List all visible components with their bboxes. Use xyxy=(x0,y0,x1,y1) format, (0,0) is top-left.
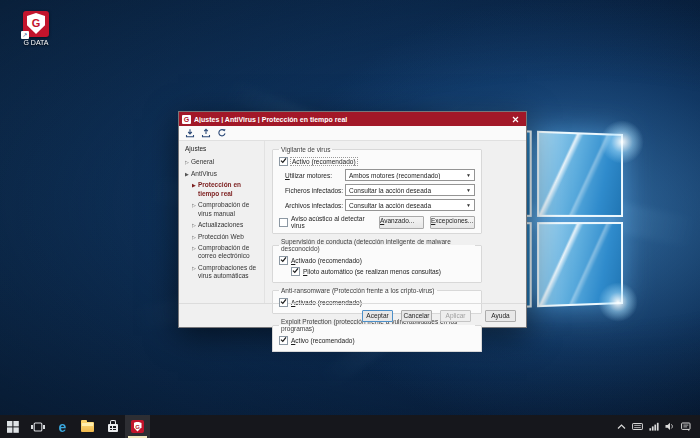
task-view-icon xyxy=(31,422,45,432)
chevron-down-icon: ▼ xyxy=(466,203,471,208)
settings-body: Ajustes ▷ General ▶ AntiVirus ▶ Protecci… xyxy=(179,141,526,303)
network-icon[interactable] xyxy=(649,422,659,431)
group-title: Anti-ransomware (Protección frente a los… xyxy=(279,287,437,294)
store-icon xyxy=(108,424,118,432)
aceptar-button[interactable]: Aceptar xyxy=(362,310,393,322)
checkbox-row-activo[interactable]: Activo (recomendado) xyxy=(279,157,475,166)
group-title: Supervisión de conducta (detección intel… xyxy=(279,238,475,252)
settings-sidebar: Ajustes ▷ General ▶ AntiVirus ▶ Protecci… xyxy=(179,141,265,303)
checkbox-checked-icon[interactable] xyxy=(291,267,300,276)
action-center-icon[interactable] xyxy=(681,422,691,432)
infected-archives-select[interactable]: Consultar la acción deseada ▼ xyxy=(345,199,475,211)
sidebar-item-antivirus[interactable]: ▶ AntiVirus xyxy=(185,170,262,178)
settings-toolbar xyxy=(179,126,526,141)
group-title: Vigilante de virus xyxy=(279,146,332,153)
checkbox-checked-icon[interactable] xyxy=(279,157,288,166)
dialog-footer: Aceptar Cancelar Aplicar Ayuda xyxy=(179,303,526,327)
export-settings-icon[interactable] xyxy=(201,128,211,138)
gdata-taskbar-button[interactable]: G xyxy=(125,415,150,438)
sidebar-item-correo-electronico[interactable]: ▷ Comprobación de correo electrónico xyxy=(185,244,262,261)
checkbox-checked-icon[interactable] xyxy=(279,298,288,307)
shortcut-label: G DATA xyxy=(13,39,59,46)
checkbox-label: Aviso acústico al detectar virus xyxy=(291,215,373,229)
start-button[interactable] xyxy=(0,415,25,438)
file-explorer-icon xyxy=(81,422,94,432)
gdata-app-icon: G xyxy=(131,420,144,433)
row-label: Archivos infectados: xyxy=(285,202,345,209)
avanzado-button[interactable]: Avanzado... xyxy=(379,216,424,229)
close-button[interactable] xyxy=(507,113,523,125)
task-view-button[interactable] xyxy=(25,415,50,438)
sidebar-item-general[interactable]: ▷ General xyxy=(185,158,262,166)
import-settings-icon[interactable] xyxy=(185,128,195,138)
gdata-shield-icon: G ↗ xyxy=(23,11,49,37)
sidebar-item-actualizaciones[interactable]: ▷ Actualizaciones xyxy=(185,221,262,229)
chevron-down-icon: ▼ xyxy=(466,188,471,193)
setting-row-motores: Utilizar motores: Ambos motores (recomen… xyxy=(285,169,475,181)
checkbox-checked-icon[interactable] xyxy=(279,256,288,265)
chevron-down-icon: ▼ xyxy=(466,173,471,178)
edge-icon: e xyxy=(59,420,67,434)
setting-row-ficheros: Ficheros infectados: Consultar la acción… xyxy=(285,184,475,196)
infected-files-select[interactable]: Consultar la acción deseada ▼ xyxy=(345,184,475,196)
checkbox-unchecked-icon[interactable] xyxy=(279,218,288,227)
volume-icon[interactable] xyxy=(665,422,675,431)
gdata-logo-icon: G xyxy=(182,115,191,124)
desktop-shortcut-gdata[interactable]: G ↗ G DATA xyxy=(13,11,59,46)
row-label: Utilizar motores: xyxy=(285,172,345,179)
restore-defaults-icon[interactable] xyxy=(217,128,227,138)
cancelar-button[interactable]: Cancelar xyxy=(401,310,432,322)
sidebar-item-proteccion-tiempo-real[interactable]: ▶ Protección en tiempo real xyxy=(185,181,262,198)
sidebar-item-comprobacion-manual[interactable]: ▷ Comprobación de virus manual xyxy=(185,201,262,218)
checkbox-label: Activo (recomendado) xyxy=(291,158,357,165)
checkbox-row-activado[interactable]: Activado (recomendado) xyxy=(279,256,475,265)
sidebar-root-label: Ajustes xyxy=(185,145,262,153)
checkbox-label: Activo (recomendado) xyxy=(291,337,355,344)
sidebar-item-proteccion-web[interactable]: ▷ Protección Web xyxy=(185,233,262,241)
engines-select[interactable]: Ambos motores (recomendado) ▼ xyxy=(345,169,475,181)
close-icon xyxy=(512,116,519,123)
checkbox-label: Piloto automático (se realizan menos con… xyxy=(303,268,441,275)
settings-main-panel: Vigilante de virus Activo (recomendado) … xyxy=(265,141,526,303)
ayuda-button[interactable]: Ayuda xyxy=(485,310,516,322)
windows-start-icon xyxy=(7,421,19,433)
group-supervision-conducta: Supervisión de conducta (detección intel… xyxy=(272,238,482,283)
hidden-icons-chevron-icon[interactable] xyxy=(617,423,626,431)
checkbox-label: Activado (recomendado) xyxy=(291,257,362,264)
setting-row-archivos: Archivos infectados: Consultar la acción… xyxy=(285,199,475,211)
vigilante-bottom-row: Aviso acústico al detectar virus Avanzad… xyxy=(279,215,475,229)
aplicar-button: Aplicar xyxy=(440,310,471,322)
checkbox-row-exploit[interactable]: Activo (recomendado) xyxy=(279,336,475,345)
excepciones-button[interactable]: Excepciones... xyxy=(430,216,475,229)
file-explorer-button[interactable] xyxy=(75,415,100,438)
row-label: Ficheros infectados: xyxy=(285,187,345,194)
taskbar: e G xyxy=(0,415,700,438)
window-titlebar[interactable]: G Ajustes | AntiVirus | Protección en ti… xyxy=(179,112,526,126)
settings-window: G Ajustes | AntiVirus | Protección en ti… xyxy=(178,111,527,328)
group-vigilante-de-virus: Vigilante de virus Activo (recomendado) … xyxy=(272,146,482,234)
checkbox-row-piloto[interactable]: Piloto automático (se realizan menos con… xyxy=(291,267,475,276)
keyboard-icon[interactable] xyxy=(632,422,643,431)
edge-button[interactable]: e xyxy=(50,415,75,438)
sidebar-item-comprobaciones-automaticas[interactable]: ▷ Comprobaciones de virus automáticas xyxy=(185,264,262,281)
system-tray xyxy=(617,415,700,438)
store-button[interactable] xyxy=(100,415,125,438)
checkbox-row-aviso[interactable]: Aviso acústico al detectar virus xyxy=(279,215,373,229)
shortcut-arrow-icon: ↗ xyxy=(21,31,29,39)
window-title: Ajustes | AntiVirus | Protección en tiem… xyxy=(194,116,504,123)
checkbox-checked-icon[interactable] xyxy=(279,336,288,345)
